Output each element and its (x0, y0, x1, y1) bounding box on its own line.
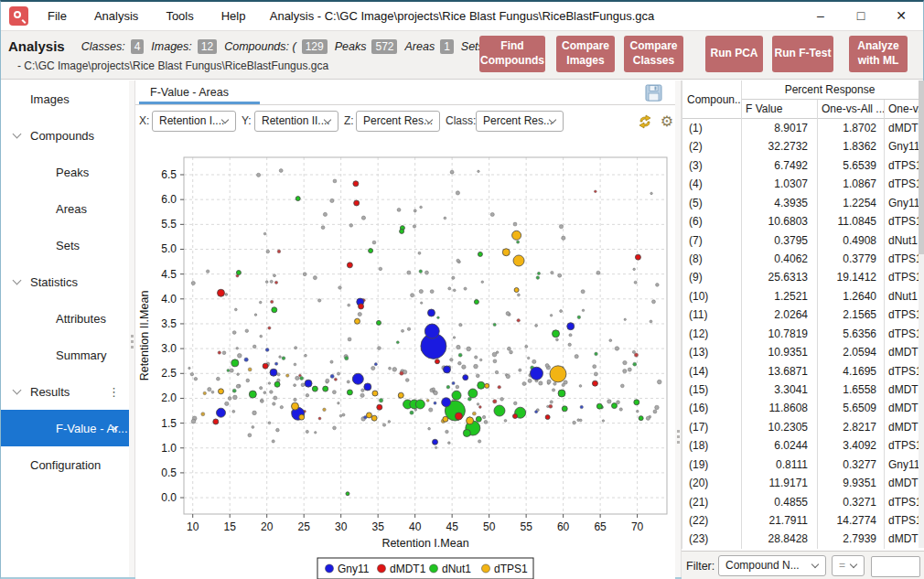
save-icon[interactable] (645, 84, 662, 102)
filter-operator-select[interactable]: = (832, 555, 865, 576)
data-point-n[interactable] (347, 390, 352, 395)
y-axis-select[interactable]: Retention II.... (254, 111, 338, 132)
data-point-m[interactable] (455, 413, 462, 420)
data-point-g[interactable] (567, 323, 575, 330)
table-scrollbar[interactable] (919, 80, 924, 548)
data-point-n[interactable] (474, 300, 478, 305)
data-point-t[interactable] (550, 366, 566, 382)
data-point-n[interactable] (452, 391, 461, 400)
data-point-n[interactable] (612, 403, 618, 409)
data-point-n[interactable] (494, 405, 505, 416)
data-point-n[interactable] (312, 386, 317, 391)
maximize-button[interactable]: □ (841, 2, 881, 30)
analyze-with-ml-button[interactable]: Analyzewith ML (849, 36, 908, 72)
data-point-m[interactable] (359, 304, 364, 309)
compare-classes-button[interactable]: CompareClasses (624, 36, 683, 72)
kebab-menu-icon[interactable]: ⋮ (108, 385, 120, 399)
data-point-n[interactable] (346, 492, 349, 496)
data-point-g[interactable] (305, 380, 312, 387)
app-logo-icon[interactable] (9, 6, 28, 26)
filter-value-input[interactable] (871, 556, 920, 577)
data-point-m[interactable] (435, 359, 439, 364)
table-splitter[interactable] (675, 80, 682, 577)
data-point-m[interactable] (377, 404, 382, 410)
data-point-g[interactable] (427, 309, 435, 316)
data-point-n[interactable] (272, 307, 277, 313)
find-compounds-button[interactable]: FindCompounds (479, 36, 545, 72)
data-point-m[interactable] (347, 263, 352, 268)
data-point-m[interactable] (635, 254, 640, 260)
filter-field-select[interactable]: Compound N... (718, 555, 826, 576)
data-point-g[interactable] (442, 398, 451, 407)
close-button[interactable]: ✕ (881, 2, 921, 30)
sidebar-splitter[interactable] (129, 80, 135, 577)
data-point-t[interactable] (513, 255, 524, 266)
gear-icon[interactable]: ⚙ (659, 113, 675, 130)
data-point-t[interactable] (502, 249, 510, 256)
sidebar-item-summary[interactable]: Summary (1, 337, 129, 373)
class-select[interactable]: Percent Res... (476, 111, 564, 132)
z-axis-select[interactable]: Percent Res... (356, 111, 440, 132)
data-point-n[interactable] (415, 400, 424, 409)
data-point-m[interactable] (592, 381, 597, 386)
close-icon[interactable]: × (111, 422, 118, 435)
data-point-g[interactable] (270, 369, 277, 376)
sidebar-item-peaks[interactable]: Peaks (1, 154, 129, 190)
data-point-t[interactable] (299, 414, 305, 420)
menu-item-help[interactable]: Help (208, 2, 260, 30)
sidebar-item-compounds[interactable]: Compounds (1, 117, 129, 154)
data-point-n[interactable] (478, 252, 482, 256)
data-point-t[interactable] (514, 288, 519, 293)
data-point-t[interactable] (291, 402, 298, 410)
data-point-n[interactable] (553, 330, 560, 338)
data-point-n[interactable] (478, 381, 485, 389)
sidebar-item-f-value-ar[interactable]: F-Value - Ar...× (1, 410, 129, 446)
data-point-g[interactable] (443, 366, 450, 373)
data-point-m[interactable] (217, 289, 224, 296)
data-point-m[interactable] (353, 181, 359, 187)
data-point-g[interactable] (216, 408, 225, 417)
data-point-g[interactable] (424, 324, 439, 338)
data-point-m[interactable] (512, 413, 517, 418)
data-point-n[interactable] (463, 429, 470, 436)
data-point-n[interactable] (558, 390, 565, 397)
scrollbar-thumb[interactable] (919, 80, 924, 254)
data-point-n[interactable] (369, 249, 373, 253)
sidebar-item-results[interactable]: Results⋮ (1, 373, 129, 410)
data-point-m[interactable] (545, 415, 550, 420)
data-point-n[interactable] (562, 406, 567, 412)
data-point-t[interactable] (354, 318, 360, 324)
data-point-g[interactable] (364, 383, 371, 391)
compare-images-button[interactable]: CompareImages (556, 36, 615, 72)
data-point-m[interactable] (354, 200, 360, 206)
legend-label-Gny11[interactable]: Gny11 (338, 563, 370, 575)
menu-item-tools[interactable]: Tools (152, 2, 207, 30)
minimize-button[interactable]: – (800, 2, 841, 30)
data-point-n[interactable] (634, 400, 639, 405)
sidebar-item-areas[interactable]: Areas (1, 190, 129, 227)
sidebar-item-sets[interactable]: Sets (1, 227, 129, 263)
data-point-m[interactable] (213, 419, 219, 424)
data-point-t[interactable] (398, 392, 403, 398)
data-point-t[interactable] (218, 389, 223, 394)
legend-label-dTPS1[interactable]: dTPS1 (494, 563, 528, 575)
data-point-g[interactable] (433, 439, 438, 445)
data-point-n[interactable] (231, 359, 239, 367)
run-pca-button[interactable]: Run PCA (705, 36, 763, 72)
data-point-n[interactable] (274, 381, 280, 387)
data-point-n[interactable] (295, 197, 300, 201)
data-point-n[interactable] (249, 391, 256, 398)
data-point-n[interactable] (596, 403, 602, 409)
sidebar-item-statistics[interactable]: Statistics (1, 263, 129, 300)
data-point-m[interactable] (263, 363, 268, 369)
data-point-g[interactable] (530, 367, 543, 380)
data-point-n[interactable] (323, 386, 328, 391)
data-point-n[interactable] (376, 320, 381, 325)
data-point-n[interactable] (236, 271, 241, 275)
data-point-n[interactable] (468, 389, 478, 398)
data-point-t[interactable] (371, 415, 377, 421)
data-point-t[interactable] (485, 383, 489, 388)
data-point-g[interactable] (352, 373, 363, 384)
x-axis-select[interactable]: Retention I.... (152, 111, 236, 132)
run-f-test-button[interactable]: Run F-Test (772, 36, 833, 72)
